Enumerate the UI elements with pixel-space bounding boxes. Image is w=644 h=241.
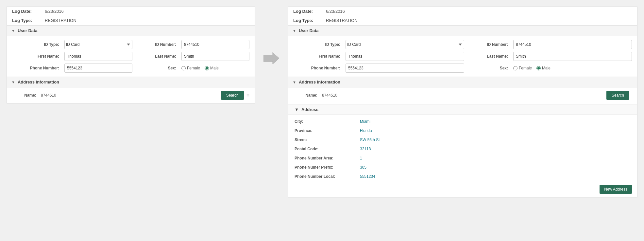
- right-id-type-label: ID Type:: [293, 42, 342, 47]
- left-address-title: Address information: [18, 80, 59, 84]
- right-first-name-input[interactable]: [346, 52, 464, 61]
- left-log-type-row: Log Type: REGISTRATION: [7, 16, 255, 25]
- right-phone-input[interactable]: [346, 64, 464, 73]
- left-log-type-label: Log Type:: [12, 18, 45, 23]
- right-address-sub-title: Address: [301, 107, 318, 112]
- left-female-radio-item[interactable]: Female: [181, 66, 200, 70]
- right-id-number-label: ID Number:: [467, 42, 510, 47]
- right-log-type-label: Log Type:: [293, 18, 326, 23]
- left-phone-input[interactable]: [64, 64, 132, 73]
- right-user-data-title: User Data: [299, 28, 319, 33]
- right-user-data-header: ▼ User Data: [288, 25, 637, 36]
- right-province-label: Province:: [295, 127, 360, 134]
- right-sex-label: Sex:: [467, 66, 510, 70]
- right-postal-value: 32118: [360, 145, 631, 153]
- left-id-number-label: ID Number:: [136, 42, 178, 47]
- left-female-radio[interactable]: [181, 66, 186, 70]
- right-street-value: SW 56th St: [360, 136, 631, 143]
- right-sex-radio-group: Female Male: [513, 66, 632, 70]
- left-female-label: Female: [187, 66, 200, 70]
- left-address-chevron[interactable]: ▼: [11, 80, 15, 84]
- right-phone-prefix-value: 305: [360, 164, 631, 171]
- right-female-label: Female: [519, 66, 532, 70]
- right-name-value: 8744510: [322, 93, 604, 98]
- right-phone-area-label: Phone Number Area:: [295, 155, 360, 162]
- new-address-button[interactable]: New Address: [600, 185, 632, 194]
- right-address-title: Address information: [299, 80, 340, 84]
- right-phone-area-value: 1: [360, 155, 631, 162]
- right-address-detail-grid: City: Miami Province: Florida Street: SW…: [288, 115, 637, 181]
- left-phone-label: Phone Number:: [12, 66, 61, 70]
- left-user-data-header: ▼ User Data: [7, 25, 255, 36]
- right-city-value: Miami: [360, 118, 631, 125]
- left-bars-icon: ≡: [246, 92, 249, 98]
- left-male-radio-item[interactable]: Male: [205, 66, 219, 70]
- left-name-label: Name:: [12, 93, 38, 98]
- svg-marker-0: [263, 52, 279, 64]
- right-footer: New Address: [288, 181, 637, 197]
- left-male-label: Male: [210, 66, 219, 70]
- right-last-name-label: Last Name:: [467, 54, 510, 59]
- left-address-header: ▼ Address information: [7, 77, 255, 87]
- right-phone-local-value: 5551234: [360, 173, 631, 180]
- right-address-chevron[interactable]: ▼: [293, 80, 296, 84]
- left-search-button[interactable]: Search: [221, 91, 244, 100]
- left-last-name-input[interactable]: [181, 52, 249, 61]
- right-male-label: Male: [542, 66, 551, 70]
- right-female-radio-item[interactable]: Female: [513, 66, 532, 70]
- right-user-data-chevron[interactable]: ▼: [293, 29, 296, 33]
- right-log-date-value: 6/23/2016: [326, 9, 345, 14]
- right-address-name-row: Name: 8744510 Search: [288, 87, 637, 103]
- right-male-radio-item[interactable]: Male: [536, 66, 551, 70]
- right-male-radio[interactable]: [536, 66, 541, 70]
- right-city-label: City:: [295, 118, 360, 125]
- left-log-type-value: REGISTRATION: [45, 18, 76, 23]
- left-user-data-title: User Data: [18, 28, 38, 33]
- left-id-type-label: ID Type:: [12, 42, 61, 47]
- right-address-sub-header: ▼ Address: [288, 104, 637, 115]
- right-panel: Log Date: 6/23/2016 Log Type: REGISTRATI…: [288, 7, 637, 197]
- right-name-label: Name:: [293, 93, 319, 98]
- left-log-date-value: 6/23/2016: [45, 9, 64, 14]
- left-user-form: ID Type: ID Card Passport Driver License…: [12, 40, 249, 73]
- right-phone-local-label: Phone Number Local:: [295, 173, 360, 180]
- right-log-date-label: Log Date:: [293, 9, 326, 14]
- left-log-date-label: Log Date:: [12, 9, 45, 14]
- left-user-data-body: ID Type: ID Card Passport Driver License…: [7, 36, 255, 77]
- right-phone-label: Phone Number:: [293, 66, 342, 70]
- right-arrow-icon: [263, 52, 279, 64]
- right-province-value: Florida: [360, 127, 631, 134]
- right-street-label: Street:: [295, 136, 360, 143]
- left-first-name-input[interactable]: [64, 52, 132, 61]
- right-last-name-input[interactable]: [513, 52, 632, 61]
- right-address-sub-chevron[interactable]: ▼: [295, 107, 299, 112]
- right-search-button[interactable]: Search: [606, 91, 629, 100]
- right-user-data-body: ID Type: ID Card Passport Driver License…: [288, 36, 637, 77]
- right-female-radio[interactable]: [513, 66, 517, 70]
- left-last-name-label: Last Name:: [136, 54, 178, 59]
- right-id-type-select[interactable]: ID Card Passport Driver License: [346, 40, 464, 49]
- left-sex-radio-group: Female Male: [181, 66, 249, 70]
- left-user-data-chevron[interactable]: ▼: [11, 29, 15, 33]
- right-log-date-row: Log Date: 6/23/2016: [288, 7, 637, 16]
- right-user-form: ID Type: ID Card Passport Driver License…: [293, 40, 632, 73]
- left-first-name-label: First Name:: [12, 54, 61, 59]
- left-log-date-row: Log Date: 6/23/2016: [7, 7, 255, 16]
- right-phone-prefix-label: Phone Numer Prefix:: [295, 164, 360, 171]
- left-panel: Log Date: 6/23/2016 Log Type: REGISTRATI…: [7, 7, 255, 103]
- right-postal-label: Postal Code:: [295, 145, 360, 153]
- arrow-container: [262, 52, 281, 64]
- right-log-type-value: REGISTRATION: [326, 18, 358, 23]
- right-log-type-row: Log Type: REGISTRATION: [288, 16, 637, 25]
- left-id-type-select[interactable]: ID Card Passport Driver License: [64, 40, 132, 49]
- left-name-value: 8744510: [41, 93, 218, 98]
- right-first-name-label: First Name:: [293, 54, 342, 59]
- left-address-row: Name: 8744510 Search ≡: [7, 87, 255, 103]
- right-id-number-input[interactable]: [513, 40, 632, 49]
- right-address-section-header: ▼ Address information: [288, 77, 637, 87]
- left-male-radio[interactable]: [205, 66, 209, 70]
- left-id-number-input[interactable]: [181, 40, 249, 49]
- left-sex-label: Sex:: [136, 66, 178, 70]
